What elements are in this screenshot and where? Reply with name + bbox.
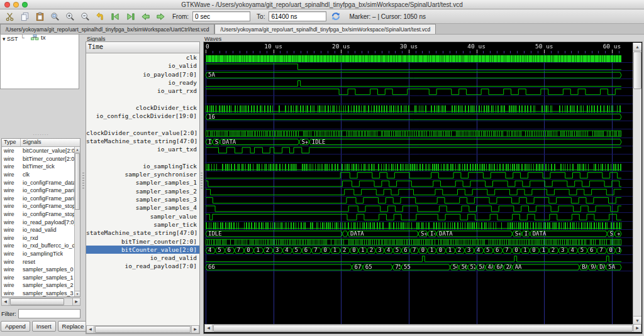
filter-input[interactable] bbox=[18, 309, 80, 318]
cut-icon[interactable] bbox=[4, 11, 15, 22]
table-row[interactable]: wireio_configFrame_parity[ bbox=[2, 187, 74, 195]
signal-table-header[interactable]: Type Signals bbox=[2, 139, 80, 147]
signal-row[interactable]: io_read_payload[7:0] bbox=[86, 262, 199, 270]
minimize-button-icon[interactable] bbox=[13, 2, 19, 8]
close-button-icon[interactable] bbox=[4, 2, 10, 8]
cursor-label: Cursor: 1050 ns bbox=[381, 13, 426, 20]
signal-row[interactable]: io_ready bbox=[86, 79, 199, 87]
table-row[interactable]: wireio_read_valid bbox=[2, 226, 74, 234]
table-row[interactable]: wirebitCounter_value[2:0] bbox=[2, 147, 74, 155]
cell-type: wire bbox=[2, 242, 21, 249]
signal-row[interactable]: bitTimer_counter[2:0] bbox=[86, 237, 199, 246]
signal-row[interactable]: bitCounter_value[2:0] bbox=[86, 246, 199, 254]
table-row[interactable]: wireio_configFrame_stop[0 bbox=[2, 202, 74, 210]
signal-row[interactable]: io_uart_txd bbox=[86, 145, 199, 153]
fetch-prev-icon[interactable] bbox=[94, 11, 106, 22]
signal-row[interactable]: sampler_samples_2 bbox=[86, 187, 199, 195]
signal-row[interactable]: sampler_samples_1 bbox=[86, 178, 199, 187]
cell-type: wire bbox=[2, 227, 21, 233]
sst-splitter-grip[interactable]: ······· bbox=[1, 133, 80, 138]
scrollbar-thumb[interactable] bbox=[95, 326, 191, 333]
scroll-left-icon[interactable]: ◀ bbox=[87, 326, 94, 333]
signal-table-hscrollbar[interactable]: ◀ ▶ bbox=[1, 298, 80, 306]
table-row[interactable]: wireio_configFrame_parity_ bbox=[2, 195, 74, 203]
signal-row[interactable]: sampler_tick bbox=[86, 220, 199, 229]
scroll-right-icon[interactable]: ▶ bbox=[72, 298, 80, 305]
table-row[interactable]: wireio_rxd bbox=[2, 234, 74, 242]
to-end-icon[interactable] bbox=[125, 11, 136, 22]
from-input[interactable] bbox=[192, 11, 250, 21]
signal-row[interactable]: clk bbox=[86, 53, 199, 62]
signal-row[interactable]: io_samplingTick bbox=[86, 162, 199, 170]
table-row[interactable]: wiresampler_samples_2 bbox=[2, 281, 74, 290]
table-row[interactable]: wirebitTimer_tick bbox=[2, 163, 74, 171]
signal-row[interactable]: sampler_synchroniser bbox=[86, 170, 199, 178]
insert-button[interactable]: Insert bbox=[32, 321, 56, 332]
to-start-icon[interactable] bbox=[109, 11, 121, 22]
signal-row[interactable]: io_read_valid bbox=[86, 254, 199, 262]
copy-icon[interactable] bbox=[19, 11, 30, 22]
scroll-up-icon[interactable]: ▲ bbox=[633, 43, 641, 51]
signal-row[interactable]: clockDivider_counter_value[2:0] bbox=[86, 129, 199, 137]
signal-row[interactable]: clockDivider_tick bbox=[86, 104, 199, 112]
append-button[interactable]: Append bbox=[1, 321, 30, 332]
signal-row[interactable]: stateMachine_state_string[47:0] bbox=[86, 137, 199, 145]
tab-spinaluart-test-vcd[interactable]: /Users/yokoyama/git_repo/uart_spinalhdl_… bbox=[214, 24, 436, 34]
table-row[interactable]: wiresampler_samples_0 bbox=[2, 266, 74, 274]
table-row[interactable]: wireio_samplingTick bbox=[2, 250, 74, 258]
to-input[interactable] bbox=[269, 11, 326, 21]
scroll-left-icon[interactable]: ◀ bbox=[205, 325, 213, 332]
signal-row[interactable]: sampler_samples_3 bbox=[86, 195, 199, 203]
table-row[interactable]: wirereset bbox=[2, 257, 74, 266]
signal-row[interactable]: io_uart_rxd bbox=[86, 87, 199, 95]
time-column-header[interactable]: Time bbox=[86, 42, 199, 53]
table-row[interactable]: wireio_read_payload[7:0] bbox=[2, 218, 74, 226]
table-row[interactable]: wireio_configFrame_dataLe bbox=[2, 178, 74, 187]
table-row[interactable]: wiresampler_samples_3 bbox=[2, 290, 74, 296]
waveform-canvas[interactable] bbox=[204, 43, 634, 325]
zoom-in-icon[interactable] bbox=[64, 11, 75, 22]
scroll-left-icon[interactable]: ◀ bbox=[2, 298, 9, 305]
scroll-right-icon[interactable]: ▶ bbox=[191, 326, 199, 333]
cell-signal-name: io_configFrame_stop_s bbox=[21, 211, 74, 217]
scroll-up-icon[interactable]: ▲ bbox=[75, 147, 80, 153]
scroll-right-icon[interactable]: ▶ bbox=[633, 325, 641, 332]
waves-vscrollbar[interactable]: ▲ ▼ bbox=[633, 43, 641, 324]
signal-row[interactable]: io_config_clockDivider[19:0] bbox=[86, 112, 199, 120]
cell-signal-name: io_configFrame_parity[ bbox=[21, 187, 74, 193]
signal-table-vscrollbar[interactable]: ▲ ▼ bbox=[74, 147, 80, 296]
scrollbar-thumb[interactable] bbox=[633, 51, 641, 89]
signal-row[interactable]: sampler_value bbox=[86, 212, 199, 220]
signal-row[interactable]: stateMachine_state_string[47:0] bbox=[86, 229, 199, 237]
cell-signal-name: sampler_samples_2 bbox=[21, 282, 74, 288]
signals-hscrollbar[interactable]: ◀ ▶ bbox=[86, 325, 199, 333]
signal-row[interactable]: io_payload[7:0] bbox=[86, 70, 199, 79]
table-row[interactable]: wireio_rxd_buffercc_io_dat bbox=[2, 242, 74, 250]
waves-hscrollbar[interactable]: ◀ ▶ bbox=[204, 324, 641, 332]
cell-signal-name: sampler_samples_3 bbox=[21, 290, 74, 296]
zoom-out-icon[interactable] bbox=[79, 11, 91, 22]
pane-splitter[interactable] bbox=[82, 35, 85, 333]
scrollbar-thumb[interactable] bbox=[213, 325, 633, 332]
signal-row[interactable]: io_valid bbox=[86, 62, 199, 70]
scrollbar-thumb[interactable] bbox=[75, 153, 80, 210]
scroll-down-icon[interactable]: ▼ bbox=[75, 291, 80, 296]
scroll-down-icon[interactable]: ▼ bbox=[633, 316, 641, 324]
table-row[interactable]: wireclk bbox=[2, 171, 74, 179]
column-type[interactable]: Type bbox=[2, 139, 21, 146]
table-row[interactable]: wirebitTimer_counter[2:0] bbox=[2, 155, 74, 163]
zoom-fit-icon[interactable] bbox=[49, 11, 60, 22]
reload-icon[interactable] bbox=[330, 11, 341, 22]
zoom-button-icon[interactable] bbox=[22, 2, 28, 8]
tab-uartctrl-test-vcd[interactable]: /Users/yokoyama/git_repo/uart_spinalhdl_… bbox=[0, 24, 214, 34]
title-bar[interactable]: GTKWave - /Users/yokoyama/git_repo/uart_… bbox=[0, 0, 644, 9]
table-row[interactable]: wireio_configFrame_stop_s bbox=[2, 210, 74, 219]
shift-right-icon[interactable] bbox=[155, 11, 166, 22]
column-signals[interactable]: Signals bbox=[21, 139, 80, 146]
sst-panel-header[interactable]: ▾ SST bbox=[3, 36, 18, 42]
paste-icon[interactable] bbox=[34, 11, 45, 22]
signal-row[interactable]: sampler_samples_4 bbox=[86, 203, 199, 212]
table-row[interactable]: wiresampler_samples_1 bbox=[2, 274, 74, 282]
scrollbar-thumb[interactable] bbox=[10, 298, 64, 305]
shift-left-icon[interactable] bbox=[140, 11, 151, 22]
